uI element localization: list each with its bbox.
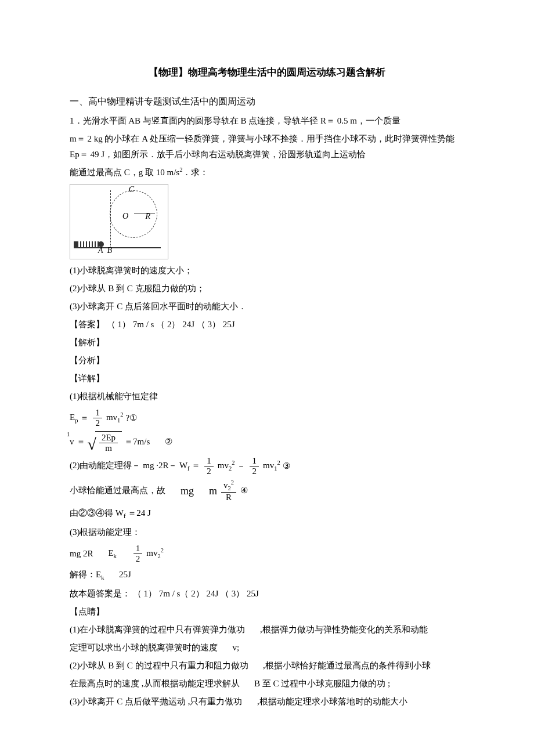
eq3-term-1: mv22: [218, 458, 235, 475]
dianjing-2-line2: 在最高点时的速度 ,从而根据动能定理求解从 B 至 C 过程中小球克服阻力做的功…: [70, 676, 464, 692]
eq1-fraction: 1 2: [93, 408, 102, 428]
eq3-frac-2: 1 2: [250, 456, 259, 476]
step3-result: 解得：Ek 25J: [70, 567, 464, 584]
eq3-term-2: mv12: [263, 458, 280, 475]
eq3-tag: ③: [283, 458, 290, 474]
dj2a: (2)小球从 B 到 C 的过程中只有重力和阻力做功: [70, 661, 248, 670]
dj2b: ,根据小球恰好能通过最高点的条件得到小球: [263, 661, 431, 670]
equation-3: (2)由动能定理得－ mg ·2R－ Wf ＝ 1 2 mv22 － 1 2 m…: [70, 456, 464, 476]
dj2c: 在最高点时的速度 ,从而根据动能定理求解从: [70, 679, 240, 688]
label-r: R: [145, 209, 150, 223]
ground-line: [74, 247, 161, 248]
eq1-equals: ＝: [80, 410, 89, 426]
label-c: C: [129, 182, 134, 197]
q1-p3-a: 能通过最高点 C，g 取 10 m/s: [70, 168, 179, 177]
dj3a: (3)小球离开 C 点后做平抛运动 ,只有重力做功: [70, 697, 243, 706]
eq5-a: mg 2R: [70, 546, 93, 562]
heading-dianjing: 【点睛】: [70, 604, 464, 620]
eq4-lhs: mg: [181, 482, 194, 500]
eq5-b: Ek: [108, 545, 116, 562]
step2-intro: (2)由动能定理得－ mg ·2R－ Wf ＝: [70, 458, 200, 475]
equation-2: v1 ＝ 2Ep m ＝7m/s ②: [70, 431, 464, 453]
question-1-p2: m＝ 2 kg 的小球在 A 处压缩一轻质弹簧，弹簧与小球不拴接．用手挡住小球不…: [70, 131, 464, 162]
heading-xiangjie: 【详解】: [70, 371, 464, 386]
heading-jiexi: 【解析】: [70, 335, 464, 350]
step2-result: 由②③④得 Wf ＝24 J: [70, 505, 464, 522]
eq1-tag: ?①: [126, 410, 138, 426]
question-1-p3: 能通过最高点 C，g 取 10 m/s2．求：: [70, 165, 464, 180]
eq1-lhs: Ep: [70, 410, 78, 426]
dj1a: (1)在小球脱离弹簧的过程中只有弹簧弹力做功: [70, 625, 246, 634]
final-answer: 故本题答案是： （ 1） 7m / s（ 2） 24J （ 3） 25J: [70, 586, 464, 602]
eq2-value: ＝7m/s: [124, 434, 150, 450]
sub-question-3: (3)小球离开 C 点后落回水平面时的动能大小．: [70, 299, 464, 314]
eq2-fraction: 2Ep m: [99, 433, 118, 453]
eq5-rhs: mv22: [146, 545, 164, 562]
sub-question-1: (1)小球脱离弹簧时的速度大小；: [70, 263, 464, 278]
dianjing-1-line1: (1)在小球脱离弹簧的过程中只有弹簧弹力做功 ,根据弹力做功与弹性势能变化的关系…: [70, 622, 464, 638]
heading-fenxi: 【分析】: [70, 353, 464, 368]
eq5-fraction: 1 2: [134, 544, 143, 563]
dj1b: ,根据弹力做功与弹性势能变化的关系和动能: [260, 625, 428, 634]
label-o: O: [122, 209, 128, 223]
radius-line: [134, 214, 155, 214]
dj1d: v;: [233, 643, 240, 652]
eq3-frac-1: 1 2: [204, 456, 214, 476]
eq4-fraction: v22 R: [221, 479, 236, 502]
eq2-tag: ②: [165, 434, 172, 450]
equation-5: mg 2R Ek 1 2 mv22: [70, 544, 464, 563]
equation-1: Ep ＝ 1 2 mv12 ?①: [70, 408, 464, 428]
dj1c: 定理可以求出小球的脱离弹簧时的速度: [70, 643, 218, 652]
q1-p3-b: ．求：: [182, 168, 208, 177]
eq4-tag: ④: [240, 483, 248, 498]
dianjing-2-line1: (2)小球从 B 到 C 的过程中只有重力和阻力做功 ,根据小球恰好能通过最高点…: [70, 658, 464, 674]
step1-intro: (1)根据机械能守恒定律: [70, 389, 464, 404]
spring-icon: [74, 241, 100, 247]
step3-intro: (3)根据动能定理：: [70, 525, 464, 540]
dj3b: ,根据动能定理求小球落地时的动能大小: [257, 697, 407, 706]
page-title: 【物理】物理高考物理生活中的圆周运动练习题含解析: [70, 64, 464, 82]
equation-4: 小球恰能通过最高点，故 mg m v22 R ④: [70, 479, 464, 502]
eq2-equals: ＝: [77, 434, 85, 450]
step2-line2: 小球恰能通过最高点，故: [70, 483, 165, 498]
section-heading: 一、高中物理精讲专题测试生活中的圆周运动: [70, 93, 464, 110]
eq4-m: m: [209, 482, 217, 500]
sqrt-icon: 2Ep m: [88, 431, 122, 453]
dianjing-1-line2: 定理可以求出小球的脱离弹簧时的速度 v;: [70, 640, 464, 656]
label-b: B: [107, 243, 112, 258]
track-vertical: [110, 190, 111, 248]
eq3-minus: －: [237, 458, 246, 474]
eq1-rhs: mv12: [106, 410, 124, 426]
answer-line: 【答案】 （ 1） 7m / s （ 2） 24J （ 3） 25J: [70, 317, 464, 332]
problem-diagram: A B C O R: [70, 184, 168, 259]
eq2-lhs: v1: [70, 434, 74, 450]
dianjing-3: (3)小球离开 C 点后做平抛运动 ,只有重力做功 ,根据动能定理求小球落地时的…: [70, 694, 464, 710]
question-1-p1: 1．光滑水平面 AB 与竖直面内的圆形导轨在 B 点连接，导轨半径 R＝ 0.5…: [70, 113, 464, 129]
label-a: A: [98, 243, 103, 258]
sub-question-2: (2)小球从 B 到 C 克服阻力做的功；: [70, 281, 464, 296]
dj2d: B 至 C 过程中小球克服阻力做的功 ;: [254, 679, 390, 688]
